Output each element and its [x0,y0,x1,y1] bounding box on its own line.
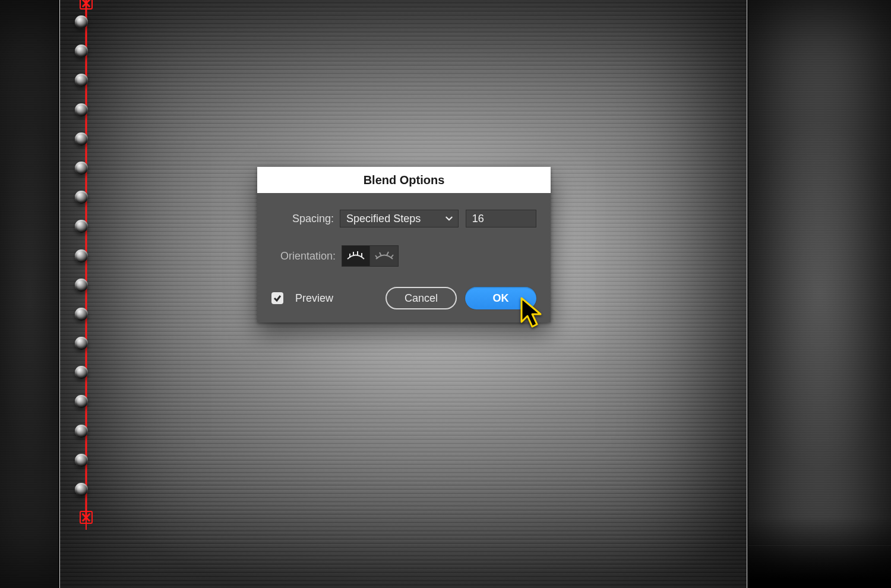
rivet[interactable] [75,220,88,233]
rivet-column [75,15,88,512]
ok-button-label: OK [493,292,509,305]
ok-button[interactable]: OK [465,287,536,309]
rivet[interactable] [75,454,88,467]
orientation-align-to-path[interactable] [370,245,399,267]
cancel-button-label: Cancel [405,292,438,305]
dialog-body: Spacing: Specified Steps 16 Orientation: [257,193,551,323]
rivet[interactable] [75,308,88,321]
cancel-button[interactable]: Cancel [386,287,457,309]
rivet[interactable] [75,191,88,204]
rivet[interactable] [75,483,88,496]
dialog-title: Blend Options [257,167,551,193]
orientation-align-to-page[interactable] [342,245,370,267]
orientation-label: Orientation: [271,250,336,263]
preview-label: Preview [295,292,333,305]
svg-line-7 [391,255,393,258]
rivet[interactable] [75,132,88,146]
spacing-mode-value: Specified Steps [346,213,421,225]
svg-line-5 [380,252,381,256]
rivet[interactable] [75,15,88,29]
preview-checkbox[interactable] [271,292,283,304]
path-anchor-top[interactable] [80,0,93,10]
chevron-down-icon [445,214,453,223]
rivet[interactable] [75,395,88,408]
spacing-steps-input[interactable]: 16 [466,210,536,227]
rivet[interactable] [75,103,88,116]
align-to-path-icon [374,250,394,262]
rivet[interactable] [75,74,88,87]
rivet[interactable] [75,279,88,292]
pasteboard-left [0,0,59,588]
spacing-label: Spacing: [271,213,334,225]
rivet[interactable] [75,45,88,58]
rivet[interactable] [75,366,88,379]
spacing-steps-value: 16 [472,213,484,225]
checkmark-icon [273,294,282,302]
rivet[interactable] [75,249,88,263]
rivet[interactable] [75,162,88,175]
orientation-toggle-group [342,245,399,267]
spacing-mode-select[interactable]: Specified Steps [340,210,459,227]
svg-line-6 [387,252,388,255]
rivet[interactable] [75,337,88,350]
path-anchor-bottom[interactable] [80,511,93,524]
blend-options-dialog: Blend Options Spacing: Specified Steps 1… [257,167,551,323]
app-stage: Blend Options Spacing: Specified Steps 1… [0,0,891,588]
rivet[interactable] [75,425,88,438]
pasteboard-right [747,0,891,588]
align-to-page-icon [346,250,366,262]
